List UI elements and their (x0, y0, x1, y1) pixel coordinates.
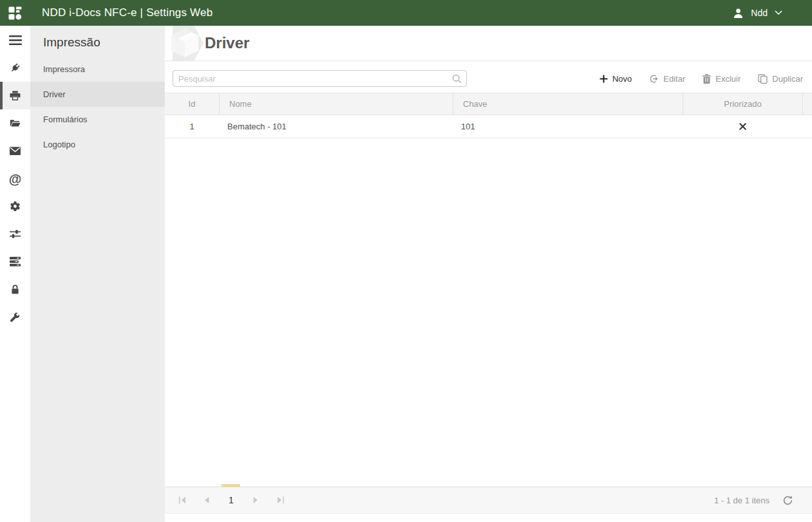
previous-page-button[interactable] (194, 487, 219, 514)
sidebar-item-formularios[interactable]: Formulários (30, 107, 165, 132)
last-page-button[interactable] (268, 487, 292, 514)
package-watermark-icon (165, 26, 206, 61)
section-sidebar: Impressão Impressora Driver Formulários … (30, 26, 165, 522)
last-page-icon (276, 496, 285, 504)
wrench-icon (10, 312, 21, 322)
main-content: Driver Novo (165, 26, 812, 522)
refresh-button[interactable] (782, 495, 793, 506)
current-page-number: 1 (229, 495, 234, 505)
x-mark-icon (739, 123, 746, 130)
column-header-filler (802, 93, 812, 115)
sidebar-item-general-settings[interactable] (0, 192, 30, 220)
user-name: Ndd (751, 8, 768, 18)
duplicate-icon (758, 74, 768, 84)
previous-page-icon (203, 496, 210, 504)
sidebar-item-servers[interactable] (0, 248, 30, 275)
sidebar-item-connections[interactable] (0, 54, 30, 82)
chevron-down-icon (775, 10, 782, 15)
sidebar-item-tools[interactable] (0, 303, 30, 331)
cell-priorizado (683, 123, 802, 130)
section-heading: Impressão (30, 26, 165, 57)
trash-icon (703, 74, 711, 84)
toolbar: Novo Editar (165, 61, 812, 93)
sidebar-item-files[interactable] (0, 109, 30, 137)
column-header-priorizado[interactable]: Priorizado (683, 93, 802, 115)
cell-nome: Bematech - 101 (219, 122, 453, 131)
sidebar-item-email-settings[interactable]: @ (0, 165, 30, 192)
sidebar-item-security[interactable] (0, 275, 30, 303)
empty-area (165, 138, 812, 487)
pager-info: 1 - 1 de 1 itens (714, 496, 770, 505)
next-page-button[interactable] (243, 487, 268, 514)
page-header: Driver (165, 26, 812, 61)
plug-icon (10, 62, 21, 73)
envelope-icon (10, 147, 21, 155)
current-page-highlight (222, 484, 240, 487)
sidebar-item-impressora[interactable]: Impressora (30, 57, 165, 82)
column-header-id[interactable]: Id (165, 93, 219, 115)
next-page-icon (252, 496, 259, 504)
sliders-icon (10, 229, 21, 239)
data-grid: Id Nome Chave Priorizado 1 Bematech - 10… (165, 93, 812, 138)
duplicate-button[interactable]: Duplicar (758, 74, 803, 84)
first-page-button[interactable] (170, 487, 194, 514)
pager-right: 1 - 1 de 1 itens (714, 495, 812, 506)
sidebar-item-logotipo[interactable]: Logotipo (30, 132, 165, 157)
edit-button[interactable]: Editar (649, 74, 685, 84)
sidebar-item-mail[interactable] (0, 137, 30, 165)
pager: 1 1 - 1 de 1 itens (165, 487, 812, 514)
column-header-nome[interactable]: Nome (219, 93, 453, 115)
cell-id: 1 (165, 122, 219, 131)
cell-chave: 101 (453, 122, 683, 131)
app-logo[interactable] (0, 6, 30, 20)
toolbar-buttons: Novo Editar (600, 74, 803, 84)
server-stack-icon (10, 257, 21, 266)
app-title: NDD i-Docs NFC-e | Settings Web (42, 6, 212, 19)
gear-icon (10, 201, 21, 212)
grid-header: Id Nome Chave Priorizado (165, 93, 812, 115)
user-menu[interactable]: Ndd (733, 8, 812, 19)
sidebar-item-preferences[interactable] (0, 220, 30, 248)
search-icon[interactable] (452, 74, 462, 84)
delete-button[interactable]: Excluir (703, 74, 741, 84)
app-logo-icon (8, 6, 22, 20)
lock-icon (10, 284, 20, 295)
hamburger-menu-icon (9, 35, 22, 45)
icon-rail: @ (0, 26, 30, 522)
app-body: @ (0, 26, 812, 522)
table-row[interactable]: 1 Bematech - 101 101 (165, 115, 812, 138)
sidebar-item-driver[interactable]: Driver (30, 82, 165, 107)
search-box (173, 70, 467, 87)
first-page-icon (178, 496, 187, 504)
plus-icon (600, 75, 608, 83)
page-number-button[interactable]: 1 (219, 487, 243, 514)
folder-open-icon (10, 118, 21, 128)
menu-toggle[interactable] (0, 26, 30, 54)
page-title: Driver (205, 34, 249, 52)
edit-icon (649, 74, 659, 84)
column-header-chave[interactable]: Chave (453, 93, 683, 115)
user-icon (733, 8, 744, 19)
search-input[interactable] (173, 74, 452, 84)
new-button[interactable]: Novo (600, 74, 632, 84)
sidebar-item-printing[interactable] (0, 82, 30, 109)
at-sign-icon: @ (9, 172, 22, 185)
top-bar: NDD i-Docs NFC-e | Settings Web Ndd (0, 0, 812, 26)
printer-icon (10, 90, 21, 101)
refresh-icon (782, 495, 793, 506)
